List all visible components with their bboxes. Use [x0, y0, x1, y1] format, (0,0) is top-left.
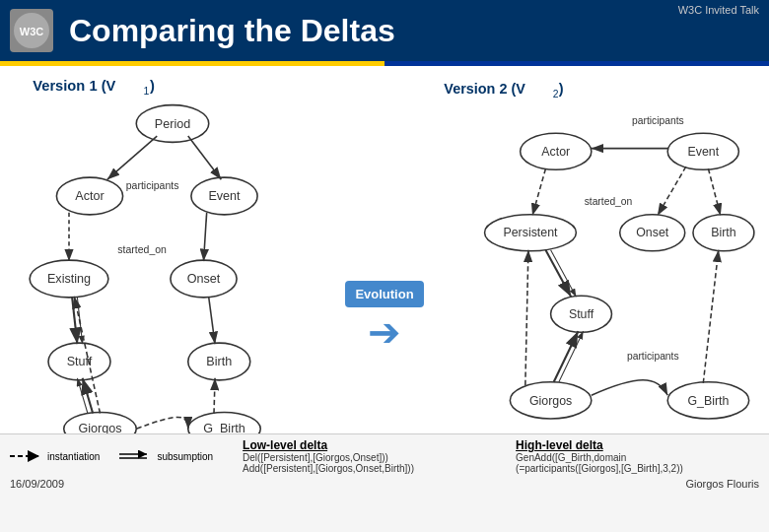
high-delta-line2: (=participants([Giorgos],[G_Birth],3,2)): [516, 463, 759, 474]
svg-text:participants: participants: [627, 351, 679, 362]
v2-diagram: Version 2 (V 2 ) participants Actor Even…: [434, 72, 759, 444]
evolution-label: Evolution: [345, 281, 423, 307]
svg-text:Actor: Actor: [75, 189, 104, 203]
svg-text:Stuff: Stuff: [569, 307, 594, 321]
high-delta-line1: GenAdd([G_Birth,domain: [516, 452, 759, 463]
svg-line-67: [525, 250, 528, 385]
low-delta-line2: Add([Persistent],[Giorgos,Onset,Birth])): [243, 463, 486, 474]
low-delta-line1: Del([Persistent],[Giorgos,Onset])): [243, 452, 486, 463]
v1-label: Version 1 (V: [33, 78, 115, 94]
svg-text:participants: participants: [632, 115, 684, 126]
svg-line-33: [77, 378, 88, 414]
low-delta-section: Low-level delta Del([Persistent],[Giorgo…: [243, 438, 486, 474]
svg-line-53: [658, 166, 686, 216]
legend: instantiation subsumption: [10, 450, 213, 462]
version1-panel: Version 1 (V 1 ) Period Actor Event Exis…: [10, 72, 335, 444]
svg-text:Existing: Existing: [47, 272, 91, 286]
double-legend: subsumption: [119, 450, 213, 462]
svg-text:W3C: W3C: [20, 26, 44, 37]
w3c-label: W3C Invited Talk: [678, 4, 759, 16]
high-delta-title: High-level delta: [516, 438, 759, 452]
svg-text:): ): [559, 81, 564, 97]
svg-line-52: [532, 168, 545, 215]
dashed-label: instantiation: [47, 451, 100, 462]
double-label: subsumption: [157, 451, 213, 462]
v1-diagram: Version 1 (V 1 ) Period Actor Event Exis…: [10, 72, 335, 444]
logo: W3C: [10, 9, 53, 52]
svg-text:Birth: Birth: [711, 226, 736, 239]
svg-text:Event: Event: [208, 189, 241, 203]
svg-text:Period: Period: [155, 117, 190, 131]
svg-text:Event: Event: [687, 145, 719, 159]
svg-line-34: [214, 378, 215, 414]
svg-text:started_on: started_on: [117, 243, 167, 255]
svg-line-22: [107, 136, 157, 179]
svg-text:Version 2 (V: Version 2 (V: [444, 81, 525, 97]
svg-text:started_on: started_on: [585, 196, 633, 207]
svg-line-57: [545, 250, 571, 297]
high-delta-section: High-level delta GenAdd([G_Birth,domain …: [516, 438, 759, 474]
svg-text:): ): [150, 78, 155, 94]
svg-text:2: 2: [553, 89, 559, 100]
svg-text:Birth: Birth: [206, 355, 232, 368]
svg-line-66: [703, 250, 718, 383]
svg-text:1: 1: [144, 85, 150, 97]
svg-text:Actor: Actor: [541, 145, 570, 159]
svg-line-30: [209, 298, 215, 344]
svg-text:Persistent: Persistent: [503, 226, 558, 239]
svg-text:participants: participants: [126, 179, 179, 191]
header: W3C Comparing the Deltas W3C Invited Tal…: [0, 0, 769, 61]
version2-panel: Version 2 (V 2 ) participants Actor Even…: [434, 72, 759, 444]
svg-line-27: [204, 213, 207, 261]
svg-line-64: [554, 331, 579, 382]
footer-bottom: 16/09/2009 Giorgos Flouris: [10, 478, 759, 490]
svg-line-58: [551, 250, 577, 297]
footer-date: 16/09/2009: [10, 478, 64, 490]
svg-line-54: [708, 168, 720, 215]
evolution-section: Evolution ➔: [335, 72, 434, 444]
footer: instantiation subsumption Low-level delt…: [0, 433, 769, 532]
svg-text:Giorgos: Giorgos: [529, 394, 572, 408]
svg-text:Onset: Onset: [636, 226, 669, 239]
svg-text:Onset: Onset: [187, 272, 221, 286]
low-delta-title: Low-level delta: [243, 438, 486, 452]
svg-line-65: [559, 331, 584, 382]
svg-line-23: [188, 136, 222, 179]
dashed-legend: instantiation: [10, 450, 100, 462]
footer-author: Giorgos Flouris: [685, 478, 759, 490]
svg-line-32: [83, 378, 94, 414]
page-title: Comparing the Deltas: [69, 13, 395, 49]
svg-text:G_Birth: G_Birth: [687, 394, 729, 408]
main-content: Version 1 (V 1 ) Period Actor Event Exis…: [0, 66, 769, 450]
